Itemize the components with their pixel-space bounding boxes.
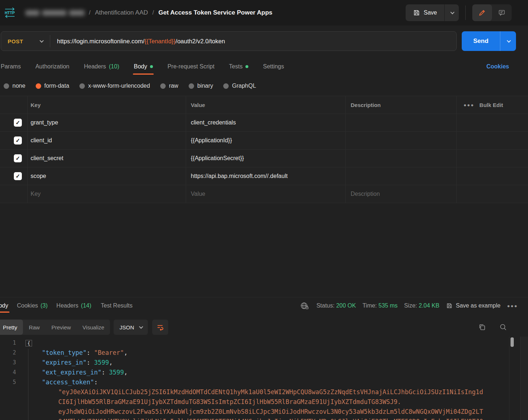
status-badge[interactable]: Status: 200 OK <box>316 302 356 309</box>
key-cell[interactable]: client_id <box>27 132 186 149</box>
code-line: eyJhdWQiOiJodHRwczovL2FwaS5iYXAubWljcm9z… <box>0 407 483 416</box>
request-title[interactable]: Get Access Token Service Power Apps <box>158 9 272 16</box>
response-body-json[interactable]: 1{2"token_type": "Bearer",3"expires_in":… <box>0 337 528 420</box>
radio-icon <box>189 83 194 89</box>
cookies-count-badge: (3) <box>40 302 48 309</box>
code-line: CI6IjlHbW55RlBraGMzaE91UjIybXZTdmduTG83W… <box>0 397 483 407</box>
url-input[interactable]: https://login.microsoftonline.com/{{Tena… <box>50 38 225 45</box>
mode-graphql[interactable]: GraphQL <box>223 83 256 89</box>
view-raw[interactable]: Raw <box>23 320 46 335</box>
description-cell[interactable] <box>345 114 456 131</box>
column-header-key: Key <box>27 96 186 114</box>
format-dropdown[interactable]: JSON <box>114 320 148 335</box>
tab-params[interactable]: Params <box>1 63 21 70</box>
comment-button[interactable] <box>492 4 512 21</box>
tab-settings[interactable]: Settings <box>263 63 284 70</box>
table-row: ✓ scope https://api.bap.microsoft.com//.… <box>0 167 528 185</box>
description-input-placeholder[interactable]: Description <box>345 185 456 203</box>
view-pretty[interactable]: Pretty <box>0 320 23 335</box>
method-label: POST <box>8 38 23 44</box>
url-field: POST https://login.microsoftonline.com/{… <box>1 31 457 51</box>
code-panel-edge <box>509 337 509 420</box>
response-tab-body[interactable]: Body <box>0 302 8 309</box>
floppy-disk-icon <box>446 302 453 309</box>
tab-body[interactable]: Body <box>134 63 153 70</box>
key-cell[interactable]: client_secret <box>27 150 186 167</box>
code-scrollbar-thumb[interactable] <box>511 337 514 347</box>
comment-icon <box>498 9 506 17</box>
tab-authorization[interactable]: Authorization <box>35 63 69 70</box>
row-checkbox-checked[interactable]: ✓ <box>14 136 22 144</box>
tab-headers[interactable]: Headers(10) <box>84 63 119 70</box>
globe-lock-icon[interactable] <box>300 301 310 310</box>
chevron-down-icon <box>40 39 44 43</box>
tab-pre-request-script[interactable]: Pre-request Script <box>168 63 214 70</box>
key-input-placeholder[interactable]: Key <box>27 185 186 203</box>
time-badge[interactable]: Time: 535 ms <box>362 302 397 309</box>
response-tab-cookies[interactable]: Cookies(3) <box>17 302 47 309</box>
request-header-bar: HTTP HTTP / Athentification AAD / Get Ac… <box>0 0 528 25</box>
send-options-dropdown[interactable] <box>500 31 516 51</box>
mode-none[interactable]: none <box>4 83 25 89</box>
code-line: "eyJ0eXAiOiJKV1QiLCJub25jZSI6IkMzdHdOMTd… <box>0 387 483 397</box>
search-response-button[interactable] <box>499 323 508 332</box>
table-row: ✓ grant_type client_credentials <box>0 114 528 132</box>
value-cell[interactable]: {{ApplicationId}} <box>186 132 345 149</box>
mode-raw[interactable]: raw <box>160 83 178 89</box>
response-tab-headers[interactable]: Headers(14) <box>56 302 91 309</box>
radio-icon <box>4 83 9 89</box>
key-cell[interactable]: grant_type <box>27 114 186 131</box>
save-options-dropdown[interactable] <box>444 4 459 21</box>
headers-count-badge: (10) <box>109 63 119 70</box>
tab-tests[interactable]: Tests <box>229 63 248 70</box>
size-badge[interactable]: Size: 2.04 KB <box>404 302 440 309</box>
key-cell[interactable]: scope <box>27 167 186 185</box>
copy-response-button[interactable] <box>478 323 486 332</box>
value-cell[interactable]: https://api.bap.microsoft.com//.default <box>186 167 345 185</box>
table-row: ✓ client_secret {{ApplicationSecret}} <box>0 150 528 167</box>
value-cell[interactable]: client_credentials <box>186 114 345 131</box>
edit-request-button[interactable] <box>472 4 492 21</box>
view-preview[interactable]: Preview <box>46 320 76 335</box>
mode-x-www-form-urlencoded[interactable]: x-www-form-urlencoded <box>79 83 150 89</box>
response-options-icon[interactable]: ●●● <box>507 303 518 309</box>
breadcrumb-separator: / <box>89 9 91 16</box>
view-visualize[interactable]: Visualize <box>77 320 110 335</box>
radio-selected-icon <box>36 83 41 89</box>
bulk-edit-button[interactable]: Bulk Edit <box>480 102 503 108</box>
description-cell[interactable] <box>345 150 456 167</box>
response-code-lines: 1{2"token_type": "Bearer",3"expires_in":… <box>0 338 483 420</box>
value-cell[interactable]: {{ApplicationSecret}} <box>186 150 345 167</box>
row-checkbox-checked[interactable]: ✓ <box>14 172 22 180</box>
mode-binary[interactable]: binary <box>189 83 213 89</box>
description-cell[interactable] <box>345 167 456 185</box>
radio-icon <box>79 83 85 89</box>
body-mode-selector: none form-data x-www-form-urlencoded raw… <box>0 79 528 93</box>
description-cell[interactable] <box>345 132 456 149</box>
cookies-link[interactable]: Cookies <box>486 63 509 70</box>
code-line: 2"token_type": "Bearer", <box>0 348 483 357</box>
response-tab-test-results[interactable]: Test Results <box>101 302 133 309</box>
save-button-group: Save <box>406 4 459 21</box>
toolbar-divider <box>465 5 466 20</box>
method-selector[interactable]: POST <box>1 38 50 44</box>
breadcrumb-folder[interactable]: Athentification AAD <box>95 9 148 16</box>
postman-window: HTTP HTTP / Athentification AAD / Get Ac… <box>0 0 528 420</box>
wrap-lines-button[interactable] <box>152 320 168 335</box>
row-checkbox-checked[interactable]: ✓ <box>14 154 22 162</box>
response-tabs-bar: Body Cookies(3) Headers(14) Test Results… <box>0 298 528 314</box>
row-checkbox-checked[interactable]: ✓ <box>14 119 22 127</box>
save-as-example-button[interactable]: Save as example <box>446 302 501 309</box>
value-input-placeholder[interactable]: Value <box>186 185 345 203</box>
mode-form-data[interactable]: form-data <box>36 83 69 89</box>
edit-comment-group <box>472 4 512 21</box>
save-button[interactable]: Save <box>406 4 444 21</box>
send-button-group: Send <box>462 31 516 51</box>
pencil-icon <box>478 9 486 17</box>
send-button[interactable]: Send <box>462 31 500 51</box>
line-number: 4 <box>0 369 16 376</box>
column-options-icon[interactable]: ●●● <box>464 102 474 108</box>
form-data-table: Key Value Description ●●●Bulk Edit ✓ gra… <box>0 96 528 203</box>
radio-icon <box>223 83 229 89</box>
code-right-rail <box>520 337 528 420</box>
